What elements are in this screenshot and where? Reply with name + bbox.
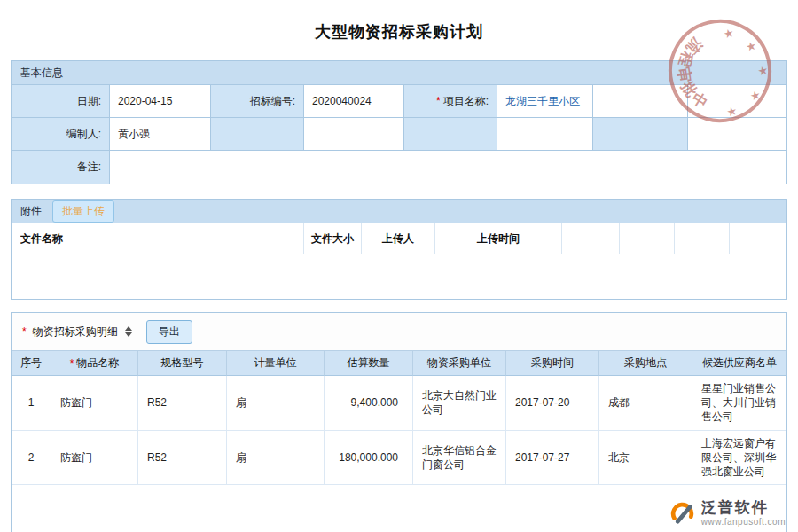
empty-label-cell (593, 118, 688, 151)
empty-label-cell (404, 118, 497, 151)
project-name-cell: 龙湖三千里小区 (497, 85, 593, 118)
detail-title-row: * 物资招标采购明细 导出 (12, 313, 786, 350)
col-header-empty (562, 223, 620, 254)
col-header-purchasing-unit: 物资采购单位 (413, 351, 506, 376)
cell-item-name: 防盗门 (51, 431, 138, 486)
cell-estimated-qty: 180,000.000 (325, 431, 413, 486)
col-header-purchase-place: 采购地点 (599, 351, 692, 376)
batch-upload-button[interactable]: 批量上传 (52, 200, 114, 223)
col-header-unit: 计量单位 (227, 351, 325, 376)
remark-value (110, 151, 786, 184)
cell-unit: 扇 (227, 431, 325, 486)
bid-no-label: 招标编号: (211, 85, 304, 118)
creator-value: 黄小强 (110, 118, 211, 151)
date-value: 2020-04-15 (110, 85, 211, 118)
export-button[interactable]: 导出 (146, 320, 192, 344)
required-mark: * (22, 325, 27, 338)
col-header-empty (675, 223, 730, 254)
col-header-empty (620, 223, 675, 254)
detail-table: 序号 * 物品名称 规格型号 计量单位 估算数量 物资采购单位 采购时间 采购地… (12, 350, 786, 485)
attachments-empty-body (12, 254, 786, 299)
basic-info-title: 基本信息 (20, 66, 63, 81)
cell-seq: 2 (12, 431, 51, 486)
detail-section-title: 物资招标采购明细 (33, 325, 118, 340)
empty-label-cell (211, 118, 304, 151)
col-header-spec-model: 规格型号 (138, 351, 227, 376)
attachments-table-header: 文件名称 文件大小 上传人 上传时间 (12, 223, 786, 254)
basic-info-header: 基本信息 (12, 61, 786, 85)
basic-info-form: 日期: 2020-04-15 招标编号: 2020040024 * 项目名称: … (12, 85, 786, 184)
empty-cell (688, 118, 786, 151)
empty-cell (304, 118, 404, 151)
cell-purchasing-unit: 北京大自然门业公司 (413, 376, 506, 431)
required-mark: * (436, 95, 441, 107)
date-label: 日期: (12, 85, 110, 118)
empty-cell (688, 85, 786, 118)
bid-no-value: 2020040024 (304, 85, 404, 118)
cell-estimated-qty: 9,400.000 (325, 376, 413, 431)
cell-purchase-place: 北京 (599, 431, 692, 486)
project-name-label: * 项目名称: (404, 85, 497, 118)
cell-purchase-place: 成都 (599, 376, 692, 431)
cell-item-name: 防盗门 (51, 376, 138, 431)
attachments-header: 附件 批量上传 (12, 200, 786, 223)
cell-purchase-time: 2017-07-20 (506, 376, 599, 431)
vendor-name: 泛普软件 (701, 499, 786, 517)
vendor-watermark: 泛普软件 www.fanpusoft.com (669, 499, 786, 527)
cell-unit: 扇 (227, 376, 325, 431)
cell-candidate-suppliers: 星星门业销售公司、大川门业销售公司 (692, 376, 786, 431)
col-header-uploader: 上传人 (362, 223, 435, 254)
col-header-upload-time: 上传时间 (435, 223, 562, 254)
col-header-empty (730, 223, 786, 254)
attachments-section: 附件 批量上传 文件名称 文件大小 上传人 上传时间 (11, 199, 787, 300)
sort-icon[interactable] (125, 326, 132, 337)
remark-label: 备注: (12, 151, 110, 184)
col-header-file-name: 文件名称 (12, 223, 304, 254)
attachments-title: 附件 (20, 204, 42, 219)
col-header-file-size: 文件大小 (304, 223, 362, 254)
col-header-candidate-suppliers: 候选供应商名单 (692, 351, 786, 376)
cell-spec-model: R52 (138, 431, 227, 486)
empty-cell (497, 118, 593, 151)
col-header-estimated-qty: 估算数量 (325, 351, 413, 376)
cell-purchasing-unit: 北京华信铝合金门窗公司 (413, 431, 506, 486)
cell-purchase-time: 2017-07-27 (506, 431, 599, 486)
vendor-logo-icon (669, 499, 695, 526)
col-header-purchase-time: 采购时间 (506, 351, 599, 376)
empty-cell (593, 85, 688, 118)
col-header-seq: 序号 (12, 351, 51, 376)
cell-candidate-suppliers: 上海宏远窗户有限公司、深圳华强北窗业公司 (692, 431, 786, 486)
col-header-item-name: * 物品名称 (51, 351, 138, 376)
vendor-url: www.fanpusoft.com (701, 517, 786, 528)
page-title: 大型物资招标采购计划 (0, 0, 798, 43)
required-mark: * (70, 357, 74, 370)
creator-label: 编制人: (12, 118, 110, 151)
cell-seq: 1 (12, 376, 51, 431)
cell-spec-model: R52 (138, 376, 227, 431)
basic-info-section: 基本信息 日期: 2020-04-15 招标编号: 2020040024 * 项… (11, 60, 787, 184)
project-name-link[interactable]: 龙湖三千里小区 (505, 94, 580, 109)
